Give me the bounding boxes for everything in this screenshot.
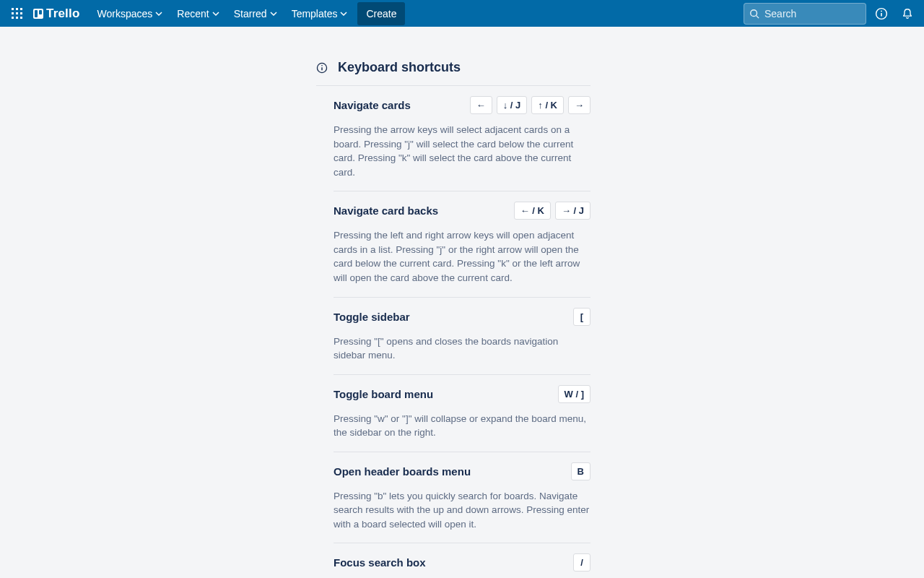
search-input[interactable] [744,3,866,25]
page-title-row: Keyboard shortcuts [316,60,590,86]
shortcut-keys: B [571,462,590,480]
create-button[interactable]: Create [357,2,405,25]
bell-icon [901,7,914,20]
shortcut-description: Pressing "b" lets you quickly search for… [334,489,590,532]
shortcut-keys: ←↓ / J↑ / K→ [470,96,590,114]
key-cap: → / J [555,202,590,220]
shortcut-title: Toggle sidebar [334,311,410,323]
shortcut-description: Pressing the arrow keys will select adja… [334,123,590,179]
notifications-button[interactable] [897,3,918,25]
header-left: Trello Workspaces Recent Starred Templat… [6,2,405,25]
nav-item-label: Workspaces [97,8,153,20]
create-label: Create [366,8,396,20]
shortcut-title: Focus search box [334,556,426,569]
key-cap: ← / K [514,202,551,220]
logo-text: Trello [46,7,80,21]
shortcut-section: Open header boards menuBPressing "b" let… [334,452,590,544]
shortcut-section: Toggle sidebar[Pressing "[" opens and cl… [334,298,590,375]
header-right [744,3,918,25]
key-cap: W / ] [558,385,590,403]
shortcut-title: Toggle board menu [334,388,433,400]
trello-board-icon [33,9,43,19]
page-title: Keyboard shortcuts [338,60,461,75]
shortcut-head: Open header boards menuB [334,462,590,480]
info-button[interactable] [871,3,892,25]
key-cap: [ [573,308,590,326]
shortcut-title: Navigate card backs [334,204,438,217]
shortcut-head: Navigate card backs← / K→ / J [334,202,590,220]
shortcut-description: Pressing "w" or "]" will collapse or exp… [334,412,590,440]
apps-grid-icon [12,8,23,20]
shortcut-section: Navigate cards←↓ / J↑ / K→Pressing the a… [334,86,590,191]
shortcut-keys: ← / K→ / J [514,202,590,220]
shortcut-head: Focus search box/ [334,553,590,571]
main-content: Keyboard shortcuts Navigate cards←↓ / J↑… [0,27,924,578]
key-cap: ← [470,96,492,114]
shortcut-head: Toggle board menuW / ] [334,385,590,403]
shortcut-title: Navigate cards [334,99,411,111]
key-cap: ↓ / J [497,96,528,114]
nav-item-label: Starred [234,8,267,20]
trello-logo[interactable]: Trello [29,2,84,25]
chevron-down-icon [155,10,162,17]
nav-starred[interactable]: Starred [227,2,284,25]
key-cap: → [568,96,590,114]
shortcut-keys: / [573,553,590,571]
app-header: Trello Workspaces Recent Starred Templat… [0,0,924,27]
shortcut-section: Focus search box/Pressing "/" puts the c… [334,543,590,578]
shortcut-section: Navigate card backs← / K→ / JPressing th… [334,191,590,297]
nav-item-label: Templates [292,8,338,20]
svg-line-1 [757,15,759,18]
shortcut-title: Open header boards menu [334,465,471,478]
shortcut-keys: [ [573,308,590,326]
chevron-down-icon [270,10,277,17]
nav-item-label: Recent [177,8,209,20]
shortcut-description: Pressing the left and right arrow keys w… [334,228,590,285]
info-circle-icon [316,62,328,74]
shortcut-head: Navigate cards←↓ / J↑ / K→ [334,96,590,114]
chevron-down-icon [340,10,347,17]
nav-recent[interactable]: Recent [170,2,226,25]
key-cap: / [573,553,590,571]
shortcut-description: Pressing "[" opens and closes the boards… [334,335,590,363]
nav-workspaces[interactable]: Workspaces [90,2,170,25]
info-circle-icon [875,7,888,20]
apps-menu-button[interactable] [6,2,29,25]
svg-point-4 [881,10,882,12]
content-column: Keyboard shortcuts Navigate cards←↓ / J↑… [334,60,590,578]
shortcut-head: Toggle sidebar[ [334,308,590,326]
shortcut-section: Toggle board menuW / ]Pressing "w" or "]… [334,375,590,452]
key-cap: ↑ / K [531,96,564,114]
primary-nav: Workspaces Recent Starred Templates Crea… [90,2,406,25]
search-icon [749,9,759,19]
svg-point-7 [321,65,323,66]
key-cap: B [571,462,590,480]
chevron-down-icon [212,10,219,17]
svg-point-0 [751,9,757,16]
nav-templates[interactable]: Templates [284,2,355,25]
shortcut-keys: W / ] [558,385,590,403]
search-wrap [744,3,866,25]
